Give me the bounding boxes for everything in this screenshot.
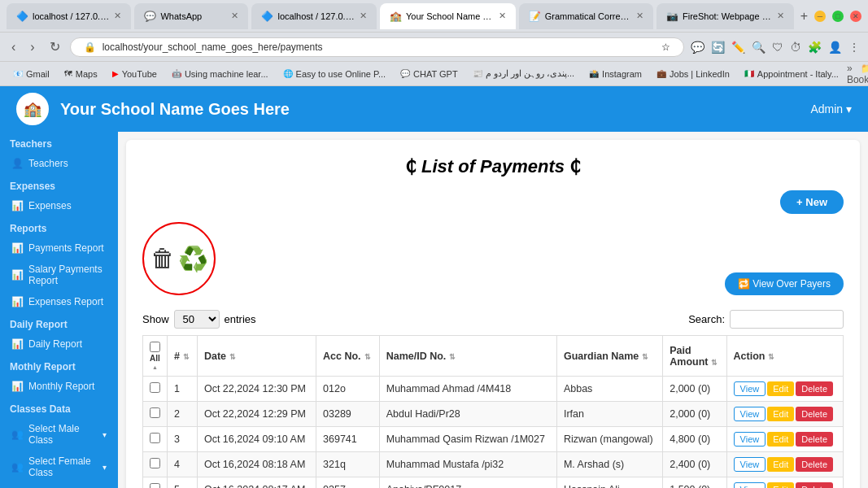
whatsapp-icon[interactable]: 💬 [689, 39, 706, 55]
edit-button-4[interactable]: Edit [767, 482, 794, 488]
tab-5-close[interactable]: ✕ [636, 11, 643, 21]
th-date[interactable]: Date⇅ [197, 336, 316, 377]
sidebar-item-expenses-report[interactable]: 📊 Expenses Report [0, 291, 118, 312]
tab-6[interactable]: 📷 FireShot: Webpage S... ✕ [656, 3, 794, 29]
sidebar-item-salary-report[interactable]: 📊 Salary Payments Report [0, 259, 118, 291]
entries-select[interactable]: 10 25 50 100 [174, 310, 220, 329]
sidebar-section-certification: Certification [0, 483, 118, 488]
tab-1-close[interactable]: ✕ [114, 11, 121, 21]
th-acc-no[interactable]: Acc No.⇅ [316, 336, 380, 377]
tab-6-close[interactable]: ✕ [777, 11, 784, 21]
maximize-button[interactable]: □ [832, 11, 844, 22]
shield-icon[interactable]: 🛡 [770, 39, 785, 55]
delete-button-3[interactable]: Delete [796, 457, 833, 472]
sidebar: Teachers 👤 Teachers Expenses 📊 Expenses … [0, 132, 118, 488]
star-icon[interactable]: ☆ [661, 41, 670, 53]
row-checkbox-2[interactable] [150, 433, 160, 443]
bookmark-chatgpt[interactable]: 💬CHAT GPT [394, 67, 465, 81]
td-paid-amount-1: 2,000 (0) [663, 402, 726, 427]
view-button-4[interactable]: View [734, 482, 766, 488]
td-guardian-0: Abbas [556, 377, 662, 402]
edit-button-0[interactable]: Edit [767, 381, 794, 396]
sidebar-item-monthly-report[interactable]: 📊 Monthly Report [0, 376, 118, 397]
tab-3-label: localhost / 127.0.0.1 [277, 11, 354, 21]
bookmark-online[interactable]: 🌐Easy to use Online P... [277, 67, 392, 81]
row-checkbox-0[interactable] [150, 382, 160, 393]
th-guardian[interactable]: Guardian Name⇅ [556, 336, 662, 377]
sidebar-item-payments-report[interactable]: 📊 Payments Report [0, 237, 118, 259]
search-input[interactable] [730, 310, 844, 329]
td-name-id-0: Muhammad Ahmad /4M418 [379, 377, 556, 402]
account-icon[interactable]: 👤 [827, 39, 844, 55]
td-guardian-1: Irfan [556, 402, 662, 427]
sidebar-item-teachers[interactable]: 👤 Teachers [0, 153, 118, 174]
bookmark-ml[interactable]: 🤖Using machine lear... [165, 67, 275, 81]
menu-icon[interactable]: ⋮ [847, 39, 861, 55]
sidebar-item-daily-report[interactable]: 📊 Daily Report [0, 333, 118, 355]
tab-6-label: FireShot: Webpage S... [683, 11, 772, 21]
th-num[interactable]: #⇅ [168, 336, 198, 377]
tab-4[interactable]: 🏫 Your School Name G... ✕ [380, 3, 516, 29]
close-button[interactable]: ✕ [850, 11, 861, 22]
admin-dropdown[interactable]: Admin ▾ [810, 102, 852, 115]
minimize-button[interactable]: ─ [814, 11, 826, 22]
bookmark-maps[interactable]: 🗺Maps [58, 67, 104, 81]
view-button-3[interactable]: View [734, 457, 766, 472]
puzzle-icon[interactable]: 🧩 [806, 39, 823, 55]
td-check-4 [143, 477, 168, 489]
bookmark-instagram[interactable]: 📸Instagram [582, 67, 648, 81]
bookmark-gmail[interactable]: 📧Gmail [7, 67, 56, 81]
edit-button-3[interactable]: Edit [767, 457, 794, 472]
sidebar-item-female-class[interactable]: 👥 Select Female Class ▾ [0, 451, 118, 483]
view-payers-button[interactable]: 🔁 View Over Payers [725, 272, 844, 295]
bookmark-urdu[interactable]: 📰پندی، روہن اور اردو م... [466, 66, 581, 81]
tab-3[interactable]: 🔷 localhost / 127.0.0.1 ✕ [251, 3, 376, 29]
delete-button-2[interactable]: Delete [796, 432, 833, 447]
row-checkbox-1[interactable] [150, 407, 160, 418]
table-row: 2 Oct 22,2024 12:29 PM 03289 Abdul Hadi/… [143, 402, 844, 427]
edit-icon[interactable]: ✏️ [730, 39, 747, 55]
delete-button-4[interactable]: Delete [796, 482, 833, 488]
table-row: 4 Oct 16,2024 08:18 AM 321q Muhammad Mus… [143, 452, 844, 477]
tab-1[interactable]: 🔷 localhost / 127.0.0.1 ✕ [7, 3, 131, 29]
reload-button[interactable]: ↻ [45, 36, 65, 58]
new-button[interactable]: + New [780, 190, 844, 214]
forward-button[interactable]: › [25, 37, 39, 58]
delete-button-1[interactable]: Delete [796, 407, 833, 421]
school-name: Your School Name Goes Here [60, 100, 810, 119]
sidebar-item-male-class[interactable]: 👥 Select Male Class ▾ [0, 418, 118, 451]
view-button-1[interactable]: View [734, 407, 766, 421]
sync-icon[interactable]: 🔄 [709, 39, 726, 55]
bookmarks-more[interactable]: » 📁 All Bookmarks [847, 63, 868, 85]
edit-button-2[interactable]: Edit [767, 432, 794, 447]
check-all-checkbox[interactable] [150, 342, 160, 352]
view-button-0[interactable]: View [734, 381, 766, 396]
sidebar-section-monthly-report: Mothly Report [0, 355, 118, 376]
currency-right-icon: ₵ [569, 156, 581, 176]
row-checkbox-4[interactable] [150, 483, 160, 488]
th-name-id[interactable]: Name/ID No.⇅ [379, 336, 556, 377]
edit-button-1[interactable]: Edit [767, 407, 794, 421]
bookmark-linkedin[interactable]: 💼Jobs | LinkedIn [650, 67, 736, 81]
th-action[interactable]: Action⇅ [726, 336, 843, 377]
th-paid-amount[interactable]: PaidAmount⇅ [663, 336, 726, 377]
sidebar-item-expenses[interactable]: 📊 Expenses [0, 195, 118, 216]
tab-3-close[interactable]: ✕ [360, 11, 367, 21]
row-checkbox-3[interactable] [150, 458, 160, 468]
table-controls: Show 10 25 50 100 entries Search: [142, 310, 844, 329]
back-button[interactable]: ‹ [7, 37, 20, 58]
delete-button-0[interactable]: Delete [796, 381, 833, 396]
new-tab-button[interactable]: + [797, 6, 811, 27]
address-bar: ‹ › ↻ 🔒 localhost/your_school_name_goes_… [0, 33, 868, 62]
url-bar[interactable]: 🔒 localhost/your_school_name_goes_here/p… [70, 37, 684, 57]
tab-4-close[interactable]: ✕ [499, 11, 506, 21]
search-icon[interactable]: 🔍 [750, 39, 767, 55]
td-date-4: Oct 16,2024 08:17 AM [197, 477, 316, 489]
view-button-2[interactable]: View [734, 432, 766, 447]
timer-icon[interactable]: ⏱ [788, 39, 803, 55]
bookmark-italy[interactable]: 🇮🇹Appointment - Italy... [738, 67, 845, 81]
bookmark-youtube[interactable]: ▶YouTube [106, 67, 164, 81]
tab-2[interactable]: 💬 WhatsApp ✕ [134, 3, 248, 29]
tab-2-close[interactable]: ✕ [231, 11, 238, 21]
tab-5[interactable]: 📝 Grammatical Correct... ✕ [519, 3, 653, 29]
